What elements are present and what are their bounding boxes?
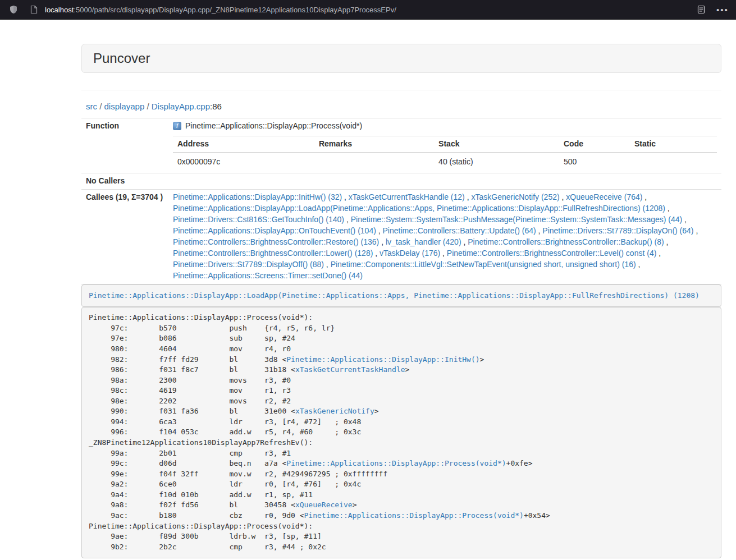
breadcrumb-link-src[interactable]: src xyxy=(86,102,97,111)
callee-link[interactable]: vTaskDelay (176) xyxy=(380,249,440,258)
disassembly-symbol-link[interactable]: xQueueReceive xyxy=(295,501,353,509)
disassembly-symbol-link[interactable]: Pinetime::Applications::DisplayApp::Proc… xyxy=(286,459,506,467)
callee-link[interactable]: xQueueReceive (764) xyxy=(566,192,642,201)
breadcrumb: src / displayapp / DisplayApp.cpp:86 xyxy=(86,102,721,111)
page-title: Puncover xyxy=(93,51,710,66)
callee-link[interactable]: xTaskGetCurrentTaskHandle (12) xyxy=(349,192,465,201)
reader-mode-icon[interactable] xyxy=(694,3,708,16)
callee-link[interactable]: Pinetime::Drivers::St7789::DisplayOff() … xyxy=(173,260,324,269)
url-bar[interactable]: localhost:5000/path/src/displayapp/Displ… xyxy=(45,6,694,14)
function-name: Pinetime::Applications::DisplayApp::Proc… xyxy=(185,121,362,130)
detail-header-address: Address xyxy=(173,136,314,153)
breadcrumb-separator: / xyxy=(147,102,149,111)
page-icon[interactable] xyxy=(27,3,40,16)
detail-header-static: Static xyxy=(630,136,717,153)
callee-link[interactable]: Pinetime::Controllers::Battery::Update()… xyxy=(383,226,536,235)
callees-cell: Pinetime::Applications::DisplayApp::Init… xyxy=(168,190,721,284)
divider xyxy=(81,90,721,90)
function-row: Function fPinetime::Applications::Displa… xyxy=(81,118,721,173)
highlighted-symbol-box: Pinetime::Applications::DisplayApp::Load… xyxy=(81,284,721,307)
detail-header-code: Code xyxy=(559,136,630,153)
disassembly-symbol-link[interactable]: Pinetime::Applications::DisplayApp::Init… xyxy=(286,355,479,364)
callees-label: Callees (19, Σ=3704 ) xyxy=(81,190,168,284)
browser-bar: localhost:5000/path/src/displayapp/Displ… xyxy=(0,0,736,20)
no-callers-cell xyxy=(168,173,721,190)
callee-link[interactable]: xTaskGenericNotify (252) xyxy=(471,192,559,201)
callee-link[interactable]: Pinetime::Drivers::Cst816S::GetTouchInfo… xyxy=(173,215,344,224)
disassembly-symbol-link[interactable]: Pinetime::Applications::DisplayApp::Proc… xyxy=(304,511,524,520)
detail-static-value xyxy=(630,153,717,171)
detail-header-stack: Stack xyxy=(434,136,559,153)
callee-link[interactable]: Pinetime::Applications::DisplayApp::Init… xyxy=(173,192,342,201)
breadcrumb-line-number: :86 xyxy=(210,102,222,111)
loadapp-symbol-link[interactable]: Pinetime::Applications::DisplayApp::Load… xyxy=(89,291,700,300)
disassembly-block: Pinetime::Applications::DisplayApp::Proc… xyxy=(81,307,721,558)
disassembly-symbol-link[interactable]: xTaskGetCurrentTaskHandle xyxy=(295,365,405,374)
function-detail-table: Address Remarks Stack Code Static 0x0000… xyxy=(173,136,717,171)
disassembly-symbol-link[interactable]: xTaskGenericNotify xyxy=(295,407,374,415)
detail-address-value: 0x0000097c xyxy=(173,153,314,171)
symbol-type-icon: f xyxy=(173,122,181,130)
callee-link[interactable]: Pinetime::Controllers::BrightnessControl… xyxy=(173,249,373,258)
page-title-panel: Puncover xyxy=(81,44,721,73)
callee-link[interactable]: Pinetime::Controllers::BrightnessControl… xyxy=(468,237,664,246)
url-host: localhost xyxy=(45,6,74,14)
callees-row: Callees (19, Σ=3704 ) Pinetime::Applicat… xyxy=(81,190,721,284)
callee-link[interactable]: Pinetime::Applications::DisplayApp::Load… xyxy=(173,204,665,213)
detail-code-value: 500 xyxy=(559,153,630,171)
callee-link[interactable]: Pinetime::Applications::DisplayApp::OnTo… xyxy=(173,226,376,235)
callee-link[interactable]: Pinetime::Drivers::St7789::DisplayOn() (… xyxy=(542,226,693,235)
menu-dots-icon[interactable]: ••• xyxy=(716,3,729,16)
main-content: Puncover src / displayapp / DisplayApp.c… xyxy=(81,20,721,558)
callee-link[interactable]: lv_task_handler (420) xyxy=(386,237,461,246)
breadcrumb-link-file[interactable]: DisplayApp.cpp xyxy=(152,102,210,111)
callee-link[interactable]: Pinetime::Controllers::BrightnessControl… xyxy=(447,249,656,258)
url-path: :5000/path/src/displayapp/DisplayApp.cpp… xyxy=(74,6,396,14)
callee-link[interactable]: Pinetime::Components::LittleVgl::SetNewT… xyxy=(331,260,636,269)
function-row-label: Function xyxy=(81,118,168,173)
breadcrumb-link-displayapp[interactable]: displayapp xyxy=(104,102,145,111)
breadcrumb-separator: / xyxy=(99,102,102,111)
detail-remarks-value xyxy=(314,153,434,171)
detail-stack-value: 40 (static) xyxy=(434,153,559,171)
shield-icon[interactable] xyxy=(7,3,20,16)
no-callers-row: No Callers xyxy=(81,173,721,190)
function-table: Function fPinetime::Applications::Displa… xyxy=(81,118,721,284)
callee-link[interactable]: Pinetime::Controllers::BrightnessControl… xyxy=(173,237,379,246)
detail-row: 0x0000097c 40 (static) 500 xyxy=(173,153,717,171)
callee-link[interactable]: Pinetime::Applications::Screens::Timer::… xyxy=(173,271,363,280)
callee-link[interactable]: Pinetime::System::SystemTask::PushMessag… xyxy=(351,215,683,224)
function-cell: fPinetime::Applications::DisplayApp::Pro… xyxy=(168,118,721,173)
no-callers-label: No Callers xyxy=(81,173,168,190)
detail-header-remarks: Remarks xyxy=(314,136,434,153)
